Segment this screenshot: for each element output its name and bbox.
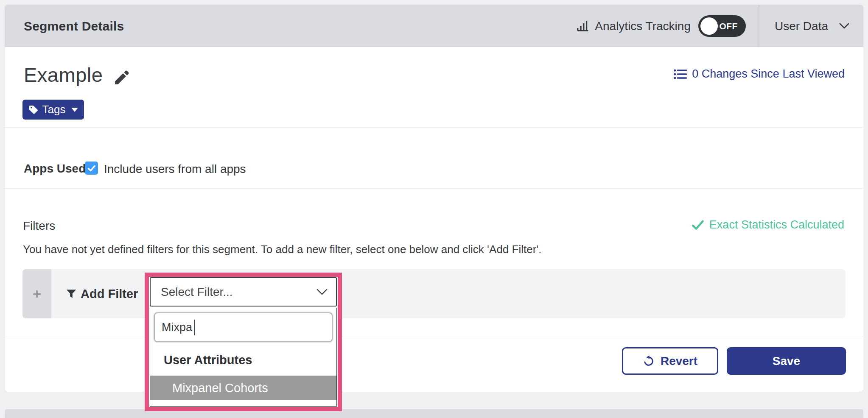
- chevron-down-icon: [839, 23, 849, 29]
- apps-used-label: Apps Used: [24, 162, 86, 176]
- add-filter-label-group: Add Filter: [66, 269, 138, 318]
- changelog-list-icon: [674, 69, 687, 80]
- segment-details-page: Segment Details Analytics Tracking OFF U…: [0, 0, 868, 418]
- checkmark-icon: [87, 165, 96, 172]
- header-right: Analytics Tracking OFF User Data: [576, 5, 863, 47]
- save-button-label: Save: [773, 354, 800, 368]
- toggle-knob: [700, 17, 718, 35]
- exact-statistics-label: Exact Statistics Calculated: [709, 218, 844, 231]
- toggle-state-label: OFF: [719, 21, 738, 31]
- revert-button[interactable]: Revert: [622, 347, 718, 375]
- dropdown-group-header: User Attributes: [164, 353, 252, 367]
- bar-chart-icon: [576, 19, 590, 34]
- include-all-apps-checkbox[interactable]: [85, 162, 98, 175]
- revert-button-label: Revert: [661, 354, 697, 368]
- edit-pencil-icon[interactable]: [113, 69, 130, 88]
- segment-name: Example: [24, 63, 103, 86]
- tag-icon: [28, 105, 39, 115]
- filters-heading: Filters: [23, 219, 55, 233]
- tags-button[interactable]: Tags: [22, 100, 84, 120]
- filter-dropdown-highlighted: Select Filter... User Attributes Mixpane…: [145, 273, 342, 411]
- dropdown-option-mixpanel-cohorts[interactable]: Mixpanel Cohorts: [150, 376, 336, 400]
- filters-section: Filters Exact Statistics Calculated You …: [5, 189, 863, 336]
- next-panel-header: [5, 409, 863, 418]
- add-filter-plus-button[interactable]: +: [22, 269, 51, 318]
- card-header: Segment Details Analytics Tracking OFF U…: [5, 5, 863, 47]
- changes-since-last-viewed-link[interactable]: 0 Changes Since Last Viewed: [674, 67, 845, 81]
- filter-search-input[interactable]: [154, 312, 333, 342]
- undo-icon: [643, 355, 655, 367]
- select-filter-dropdown[interactable]: Select Filter...: [150, 277, 337, 307]
- check-icon: [692, 220, 704, 231]
- tags-button-label: Tags: [42, 103, 66, 116]
- analytics-tracking-label: Analytics Tracking: [595, 20, 691, 33]
- user-data-label: User Data: [775, 20, 828, 33]
- plus-icon: +: [33, 286, 41, 302]
- chevron-down-icon: [316, 289, 328, 295]
- caret-down-icon: [71, 108, 78, 112]
- footer-actions: Revert Save: [5, 336, 863, 392]
- segment-details-card: Segment Details Analytics Tracking OFF U…: [5, 5, 863, 392]
- filter-funnel-icon: [66, 289, 77, 299]
- filters-description: You have not yet defined filters for thi…: [23, 243, 542, 256]
- header-divider: [759, 5, 759, 47]
- analytics-tracking-toggle[interactable]: OFF: [698, 15, 746, 37]
- add-filter-label: Add Filter: [81, 287, 138, 301]
- segment-name-section: Example Tags: [5, 47, 863, 128]
- include-all-apps-label: Include users from all apps: [104, 162, 246, 176]
- select-filter-placeholder: Select Filter...: [151, 285, 233, 299]
- exact-statistics-status: Exact Statistics Calculated: [692, 218, 844, 231]
- text-cursor: [194, 320, 195, 335]
- apps-used-section: Apps Used Include users from all apps: [5, 128, 863, 189]
- user-data-dropdown[interactable]: User Data: [775, 20, 849, 33]
- page-title: Segment Details: [24, 19, 124, 33]
- changes-link-label: 0 Changes Since Last Viewed: [692, 67, 845, 81]
- save-button[interactable]: Save: [727, 347, 846, 375]
- filter-dropdown-menu: User Attributes Mixpanel Cohorts: [150, 308, 337, 407]
